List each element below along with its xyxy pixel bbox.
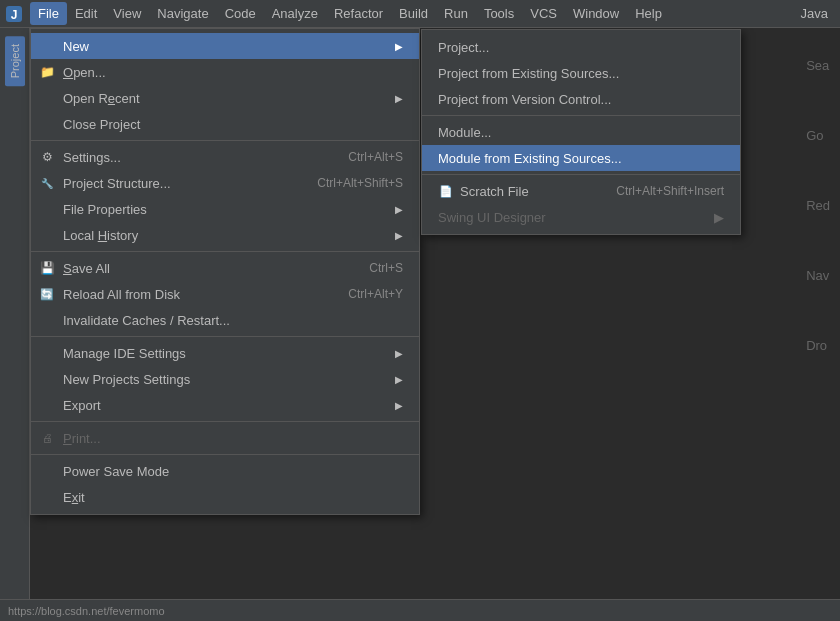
- save-icon: 💾: [39, 260, 55, 276]
- settings-icon: ⚙: [39, 149, 55, 165]
- menu-open-recent[interactable]: Open Recent ▶: [31, 85, 419, 111]
- menubar-tools[interactable]: Tools: [476, 2, 522, 25]
- separator-1: [31, 140, 419, 141]
- menu-new[interactable]: New ▶: [31, 33, 419, 59]
- local-history-arrow-icon: ▶: [395, 230, 403, 241]
- menubar-help[interactable]: Help: [627, 2, 670, 25]
- menu-save-all[interactable]: 💾 Save All Ctrl+S: [31, 255, 419, 281]
- menu-project-structure[interactable]: 🔧 Project Structure... Ctrl+Alt+Shift+S: [31, 170, 419, 196]
- submenu-project[interactable]: Project...: [422, 34, 740, 60]
- menu-open[interactable]: 📁 Open...: [31, 59, 419, 85]
- menubar-navigate[interactable]: Navigate: [149, 2, 216, 25]
- menubar-run[interactable]: Run: [436, 2, 476, 25]
- statusbar: https://blog.csdn.net/fevermomo: [0, 599, 840, 621]
- submenu-project-vcs[interactable]: Project from Version Control...: [422, 86, 740, 112]
- menu-reload[interactable]: 🔄 Reload All from Disk Ctrl+Alt+Y: [31, 281, 419, 307]
- open-recent-arrow-icon: ▶: [395, 93, 403, 104]
- menubar-file[interactable]: File: [30, 2, 67, 25]
- scratch-icon: 📄: [438, 183, 454, 199]
- submenu-separator-1: [422, 115, 740, 116]
- menubar-view[interactable]: View: [105, 2, 149, 25]
- manage-ide-arrow-icon: ▶: [395, 348, 403, 359]
- new-arrow-icon: ▶: [395, 41, 403, 52]
- separator-4: [31, 421, 419, 422]
- menu-power-save[interactable]: Power Save Mode: [31, 458, 419, 484]
- submenu-separator-2: [422, 174, 740, 175]
- separator-3: [31, 336, 419, 337]
- file-menu: New ▶ 📁 Open... Open Recent ▶ Close Proj…: [30, 28, 420, 515]
- submenu-scratch[interactable]: 📄 Scratch File Ctrl+Alt+Shift+Insert: [422, 178, 740, 204]
- submenu-module[interactable]: Module...: [422, 119, 740, 145]
- menubar-window[interactable]: Window: [565, 2, 627, 25]
- menu-invalidate[interactable]: Invalidate Caches / Restart...: [31, 307, 419, 333]
- print-icon: 🖨: [39, 430, 55, 446]
- menu-print[interactable]: 🖨 Print...: [31, 425, 419, 451]
- new-projects-arrow-icon: ▶: [395, 374, 403, 385]
- menu-manage-ide[interactable]: Manage IDE Settings ▶: [31, 340, 419, 366]
- separator-5: [31, 454, 419, 455]
- menubar-refactor[interactable]: Refactor: [326, 2, 391, 25]
- menubar: J File Edit View Navigate Code Analyze R…: [0, 0, 840, 28]
- menu-exit[interactable]: Exit: [31, 484, 419, 510]
- menu-file-properties[interactable]: File Properties ▶: [31, 196, 419, 222]
- menu-new-projects[interactable]: New Projects Settings ▶: [31, 366, 419, 392]
- status-url: https://blog.csdn.net/fevermomo: [8, 605, 165, 617]
- reload-icon: 🔄: [39, 286, 55, 302]
- dropdown-overlay: New ▶ 📁 Open... Open Recent ▶ Close Proj…: [0, 28, 840, 599]
- menu-local-history[interactable]: Local History ▶: [31, 222, 419, 248]
- submenu-swing[interactable]: Swing UI Designer ▶: [422, 204, 740, 230]
- menubar-code[interactable]: Code: [217, 2, 264, 25]
- folder-icon: 📁: [39, 64, 55, 80]
- new-submenu: Project... Project from Existing Sources…: [421, 29, 741, 235]
- submenu-module-existing[interactable]: Module from Existing Sources...: [422, 145, 740, 171]
- menubar-java: Java: [793, 2, 836, 25]
- menubar-analyze[interactable]: Analyze: [264, 2, 326, 25]
- export-arrow-icon: ▶: [395, 400, 403, 411]
- swing-arrow-icon: ▶: [714, 210, 724, 225]
- file-properties-arrow-icon: ▶: [395, 204, 403, 215]
- menu-close-project[interactable]: Close Project: [31, 111, 419, 137]
- menubar-build[interactable]: Build: [391, 2, 436, 25]
- menubar-vcs[interactable]: VCS: [522, 2, 565, 25]
- menubar-edit[interactable]: Edit: [67, 2, 105, 25]
- submenu-project-existing[interactable]: Project from Existing Sources...: [422, 60, 740, 86]
- menu-export[interactable]: Export ▶: [31, 392, 419, 418]
- project-structure-icon: 🔧: [39, 175, 55, 191]
- app-logo: J: [4, 4, 24, 24]
- separator-2: [31, 251, 419, 252]
- svg-text:J: J: [11, 8, 18, 22]
- menu-settings[interactable]: ⚙ Settings... Ctrl+Alt+S: [31, 144, 419, 170]
